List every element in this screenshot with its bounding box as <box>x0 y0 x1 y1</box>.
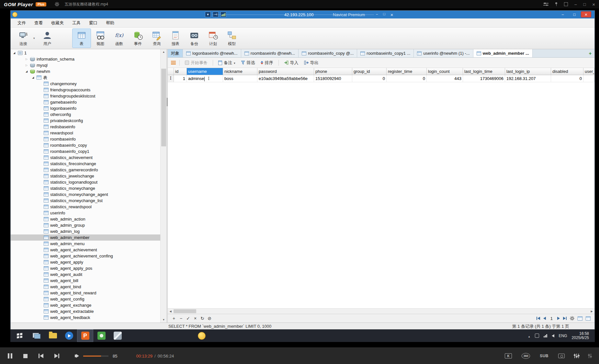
tree-item[interactable]: web_agent_bind_reward <box>11 290 160 296</box>
tree-item[interactable]: statistics_gamerecordinfo <box>11 167 160 173</box>
import-button[interactable]: 导入 <box>282 60 300 66</box>
menu-file[interactable]: 文件 <box>13 20 30 26</box>
tray-network-icon[interactable] <box>544 334 547 337</box>
tab[interactable]: roombaseinfo @newh... <box>241 49 299 57</box>
tree-item[interactable]: web_admin_menu <box>11 241 160 247</box>
toolbar-connection[interactable]: 连接 <box>14 28 33 48</box>
tree-item[interactable]: 表 <box>11 74 160 81</box>
column-header-last-login-ip[interactable]: last_login_ip <box>505 68 551 75</box>
tree-item[interactable]: roombaseinfo_copy <box>11 142 160 148</box>
menu-help[interactable]: 帮助 <box>102 20 119 26</box>
splitter-grip[interactable] <box>167 98 168 106</box>
cell-password[interactable]: e10adc3949ba59abbe56e <box>257 75 314 82</box>
speaker-icon[interactable] <box>75 354 79 358</box>
tray-volume-icon[interactable] <box>552 334 554 337</box>
toolbar-backup[interactable]: 备份 <box>185 28 204 48</box>
tree-item[interactable]: web_agent_bill <box>11 278 160 284</box>
toolbar-user[interactable]: 用户 <box>38 28 57 48</box>
tree-item[interactable]: web_admin_member <box>11 234 160 241</box>
settings-gear-icon[interactable] <box>570 316 574 321</box>
expander-icon[interactable] <box>26 58 30 61</box>
add-record-button[interactable] <box>170 316 177 321</box>
gear-icon[interactable] <box>55 2 59 6</box>
connection-dropdown-icon[interactable] <box>33 37 37 40</box>
column-header-login-count[interactable]: login_count <box>427 68 463 75</box>
overlay-maximize-icon[interactable] <box>383 12 385 17</box>
taskbar-app-explorer[interactable] <box>45 329 61 342</box>
column-header-user[interactable]: user_ <box>583 68 594 75</box>
equalizer-icon[interactable] <box>574 353 579 358</box>
next-page-icon[interactable] <box>557 317 560 320</box>
tray-language[interactable]: ENG <box>559 334 567 338</box>
next-track-button[interactable] <box>54 354 59 358</box>
previous-page-icon[interactable] <box>543 317 546 320</box>
expand-icon[interactable] <box>564 2 568 6</box>
previous-track-button[interactable] <box>39 354 43 358</box>
tab[interactable]: userinfo @newhm (1) -... <box>414 49 473 57</box>
tree-item[interactable]: web_agent_feedback <box>11 314 160 321</box>
refresh-button[interactable] <box>199 316 206 321</box>
cell-login-count[interactable]: 443 <box>427 75 463 82</box>
tree-item[interactable]: web_admin_group <box>11 222 160 228</box>
tree-item[interactable]: statistics_achievement <box>11 154 160 161</box>
form-view-icon[interactable] <box>586 316 591 321</box>
snapshot-icon[interactable] <box>558 354 565 358</box>
cell-id[interactable]: 1 <box>174 75 187 82</box>
tree-item[interactable]: mysql <box>11 62 160 68</box>
scroll-right-icon[interactable] <box>589 309 594 314</box>
360-view-button[interactable]: 360 <box>522 353 530 359</box>
overlay-dropdown-icon[interactable] <box>205 12 211 17</box>
tree-item[interactable]: userinfo <box>11 210 160 216</box>
grid-view-icon[interactable] <box>578 316 582 321</box>
window-close-button[interactable] <box>581 11 591 17</box>
tree-item[interactable]: web_agent_achievement <box>11 247 160 253</box>
control-box-icon[interactable]: K <box>505 353 512 358</box>
pause-button[interactable] <box>8 353 12 358</box>
scroll-left-icon[interactable] <box>168 309 173 314</box>
gom-titlebar[interactable]: GOM Player Plus 五游朋友圈搭建教程.mp4 <box>0 0 599 8</box>
tree-item[interactable]: statistics_moneychange <box>11 185 160 191</box>
discard-changes-button[interactable] <box>192 316 199 321</box>
tree-item[interactable]: statistics_moneychange_list <box>11 198 160 204</box>
tree-item[interactable]: gamebaseinfo <box>11 99 160 105</box>
column-header-password[interactable]: password <box>257 68 314 75</box>
maximize-button[interactable] <box>583 2 586 6</box>
tree-item[interactable]: statistics_moneychange_agent <box>11 191 160 198</box>
tree-item[interactable]: information_schema <box>11 56 160 62</box>
tree-item[interactable]: statistics_firecoinchange <box>11 161 160 167</box>
tree-item[interactable]: web_agent_config <box>11 296 160 302</box>
column-header-register-time[interactable]: register_time <box>387 68 427 75</box>
tree-item[interactable]: web_agent_apply_pos <box>11 265 160 271</box>
tray-clock[interactable]: 16:58 2025/6/25 <box>572 332 589 340</box>
stop-playback-button[interactable] <box>23 354 28 358</box>
tree-item[interactable]: 1 <box>11 50 160 56</box>
tray-show-hidden-icon[interactable] <box>528 333 530 339</box>
new-tab-button[interactable] <box>586 49 594 57</box>
toolbar-query[interactable]: 查询 <box>147 28 166 48</box>
start-button[interactable] <box>10 329 28 342</box>
column-header-id[interactable]: id <box>174 68 187 75</box>
expander-icon[interactable] <box>13 51 18 54</box>
scroll-up-icon[interactable] <box>161 49 167 55</box>
cell-group-id[interactable]: 0 <box>352 75 387 82</box>
cell-username[interactable]: adminseI <box>187 75 223 82</box>
taskbar-app-p-active[interactable]: P <box>77 329 93 342</box>
tree-item[interactable]: friendsgroupdesklistcost <box>11 93 160 99</box>
scrollbar-thumb[interactable] <box>161 69 166 146</box>
expander-icon[interactable] <box>32 76 37 79</box>
menu-window[interactable]: 窗口 <box>85 20 102 26</box>
menu-view[interactable]: 查看 <box>30 20 47 26</box>
stop-button[interactable] <box>206 316 213 321</box>
pane-splitter[interactable] <box>166 49 168 323</box>
navicat-titlebar[interactable]: 42.193.225.100 Navicat Premium <box>11 11 594 18</box>
toolbar-event[interactable]: 事件 <box>129 28 147 48</box>
column-header-phone[interactable]: phone <box>314 68 352 75</box>
tray-ime-icon[interactable] <box>535 334 539 338</box>
close-button[interactable] <box>592 2 595 7</box>
tree-item[interactable]: roombaseinfo <box>11 136 160 142</box>
taskbar-app-gray[interactable] <box>109 329 126 342</box>
tab[interactable]: web_admin_member ... <box>473 49 533 57</box>
window-restore-button[interactable] <box>569 11 580 17</box>
toolbar-model[interactable]: 模型 <box>222 28 241 48</box>
column-header-group-id[interactable]: group_id <box>352 68 387 75</box>
